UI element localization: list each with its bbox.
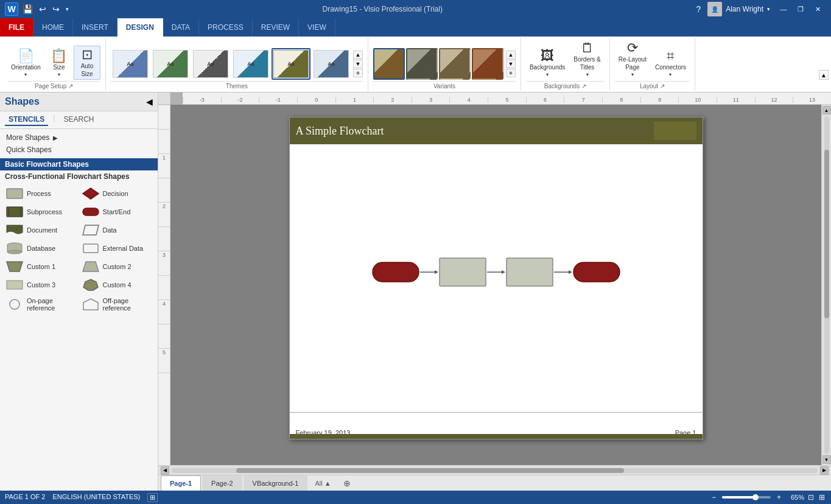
hscroll-right-button[interactable]: ▶ [820,466,829,475]
restore-button[interactable]: ❐ [792,3,809,15]
hscroll-track[interactable] [172,468,818,473]
zoom-out-button[interactable]: − [710,493,717,502]
page-tab-all[interactable]: All ▲ [309,475,337,491]
save-button[interactable]: 💾 [21,4,35,15]
relayout-page-button[interactable]: ⟳ Re-Layout Page ▾ [615,39,650,80]
variant-3-button[interactable] [439,48,471,80]
variants-scroll-more[interactable]: ≡ [506,69,516,77]
flowchart-process-1[interactable] [438,257,487,287]
vertical-scrollbar[interactable]: ▲ ▼ [821,105,831,465]
flowchart-start-shape[interactable] [371,261,420,283]
tab-review[interactable]: REVIEW [253,18,299,37]
tab-view[interactable]: VIEW [299,18,335,37]
borders-titles-button[interactable]: 🗒 Borders & Titles ▾ [570,39,604,80]
page-content[interactable] [290,144,703,400]
sidebar-title: Shapes [5,96,40,107]
ribbon-collapse: ▲ [819,38,829,91]
tab-design[interactable]: DESIGN [117,18,163,37]
page-tab-2[interactable]: Page-2 [202,475,242,491]
shape-item-offpage[interactable]: Off-page reference [80,295,155,314]
theme-2-button[interactable]: Aa [151,48,190,80]
ribbon-collapse-button[interactable]: ▲ [819,70,829,80]
tab-home[interactable]: HOME [33,18,73,37]
shape-item-decision[interactable]: Decision [80,185,155,202]
sidebar-tab-stencils[interactable]: STENCILS [5,114,48,126]
shape-item-data[interactable]: Data [80,222,155,239]
themes-scroll-down[interactable]: ▼ [353,60,363,68]
horizontal-scrollbar[interactable]: ◀ ▶ [158,465,831,475]
orientation-button[interactable]: 📄 Orientation ▾ [7,47,44,80]
tab-insert[interactable]: INSERT [73,18,117,37]
zoom-slider[interactable] [722,496,771,499]
ruler-mark: 4 [449,97,488,103]
shape-item-external-data[interactable]: External Data [80,240,155,257]
tab-file[interactable]: FILE [0,18,33,37]
undo-button[interactable]: ↩ [37,4,48,15]
flowchart-process-2[interactable] [505,257,554,287]
language: ENGLISH (UNITED STATES) [52,493,140,502]
variant-2-button[interactable] [406,48,438,80]
variant-1-button[interactable] [373,48,405,80]
qat-dropdown-button[interactable]: ▾ [64,5,71,13]
auto-size-button[interactable]: ⊡ Auto Size [74,46,100,80]
vscroll-track[interactable] [824,116,829,453]
tab-data[interactable]: DATA [163,18,199,37]
theme-6-button[interactable]: Aa [312,48,351,80]
canvas-scroll[interactable]: A Simple Flowchart [170,105,821,465]
scroll-up-button[interactable]: ▲ [822,106,831,114]
tab-process[interactable]: PROCESS [199,18,253,37]
sidebar-tab-search[interactable]: SEARCH [60,114,97,126]
page-tab-vbackground[interactable]: VBackground-1 [244,475,308,491]
themes-scroll-up[interactable]: ▲ [353,51,363,59]
scroll-down-button[interactable]: ▼ [822,455,831,464]
basic-flowchart-category[interactable]: Basic Flowchart Shapes [0,158,158,170]
process-shape-icon [6,187,23,200]
page-tab-1[interactable]: Page-1 [161,475,201,491]
shape-item-custom4[interactable]: Custom 4 [80,276,155,293]
hscroll-left-button[interactable]: ◀ [161,466,169,475]
shape-item-process[interactable]: Process [4,185,79,202]
close-button[interactable]: ✕ [809,3,826,15]
more-shapes-item[interactable]: More Shapes ▶ [0,131,158,144]
status-bar-right: − + 65% ⊡ ⊞ [710,493,826,502]
themes-scroll-more[interactable]: ≡ [353,69,363,77]
flowchart-end-shape[interactable] [572,261,621,283]
shape-item-custom2[interactable]: Custom 2 [80,258,155,275]
shape-item-document[interactable]: Document [4,222,79,239]
variant-4-button[interactable] [472,48,503,80]
sidebar-collapse-button[interactable]: ◀ [146,97,153,107]
theme-3-button[interactable]: Aa [191,48,230,80]
shape-item-subprocess[interactable]: Subprocess [4,203,79,220]
page-tab-add[interactable]: ⊕ [338,475,356,491]
accessibility-button[interactable]: ⊞ [147,493,158,502]
theme-4-button[interactable]: Aa [231,48,270,80]
theme-5-button[interactable]: Aa [272,48,310,80]
shape-item-database[interactable]: Database [4,240,79,257]
fit-page-button[interactable]: ⊡ [807,493,815,502]
help-button[interactable]: ? [694,4,703,15]
shape-item-startend[interactable]: Start/End [80,203,155,220]
page-footer-bar [290,434,703,439]
variants-scroll-up[interactable]: ▲ [506,51,516,59]
sidebar-header: Shapes ◀ [0,93,158,111]
cross-functional-category[interactable]: Cross-Functional Flowchart Shapes [0,170,158,183]
view-toggle-button[interactable]: ⊞ [818,493,826,502]
zoom-in-button[interactable]: + [776,493,782,502]
minimize-button[interactable]: — [775,3,792,15]
title-bar: W 💾 ↩ ↪ ▾ Drawing15 - Visio Professional… [0,0,831,18]
size-button[interactable]: 📋 Size ▾ [46,47,72,80]
shape-item-custom3[interactable]: Custom 3 [4,276,79,293]
variants-scroll-down[interactable]: ▼ [506,60,516,68]
ruler-corner [158,93,170,105]
user-area[interactable]: 👤 Alan Wright ▾ [707,2,770,16]
user-dropdown-arrow[interactable]: ▾ [767,6,770,12]
backgrounds-button[interactable]: 🖼 Backgrounds ▾ [526,47,569,80]
shape-item-onpage[interactable]: On-page reference [4,295,79,314]
quick-shapes-item[interactable]: Quick Shapes [0,144,158,156]
ruler-mark: -3 [183,97,221,103]
theme-1-button[interactable]: Aa [111,48,150,80]
shape-item-custom1[interactable]: Custom 1 [4,258,79,275]
connectors-button[interactable]: ⌗ Connectors ▾ [651,47,690,80]
redo-button[interactable]: ↪ [51,4,61,15]
ribbon-group-backgrounds: 🖼 Backgrounds ▾ 🗒 Borders & Titles ▾ Bac… [521,38,610,91]
